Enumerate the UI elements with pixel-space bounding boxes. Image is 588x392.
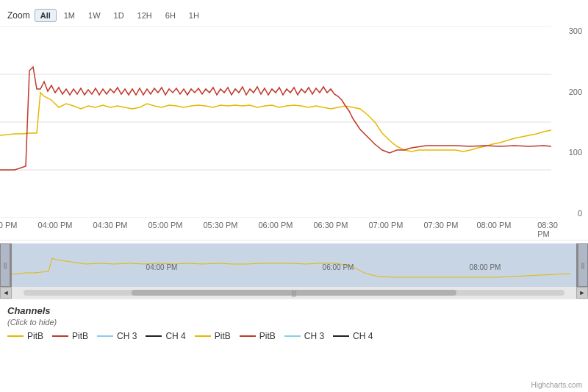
x-axis: 03:30 PM 04:00 PM 04:30 PM 05:00 PM 05:3…	[0, 218, 551, 240]
legend-label-ch4: CH 4	[165, 331, 185, 341]
zoom-1w-button[interactable]: 1W	[82, 9, 107, 22]
x-label-830pm: 08:30 PM	[537, 221, 558, 238]
legend-line-ch4-2	[333, 335, 349, 337]
legend-label-pitb-red2: PitB	[259, 331, 276, 341]
x-label-430pm: 04:30 PM	[93, 221, 127, 229]
legend-subtitle: (Click to hide)	[7, 318, 581, 327]
zoom-12h-button[interactable]: 12H	[132, 9, 158, 22]
scroll-right-button[interactable]: ►	[576, 287, 588, 299]
zoom-1h-button[interactable]: 1H	[183, 9, 205, 22]
legend-label-ch4-2: CH 4	[353, 331, 373, 341]
legend-item-pitb-yellow[interactable]: PitB	[7, 331, 43, 341]
x-label-800pm: 08:00 PM	[476, 221, 511, 229]
scrollbar[interactable]: ◄ ||| ►	[0, 287, 588, 299]
chart-container: Zoom All 1M 1W 1D 12H 6H 1H 300 200 100	[0, 0, 588, 392]
legend-label-pitb-yellow2: PitB	[215, 331, 231, 341]
x-label-600pm: 06:00 PM	[258, 221, 293, 229]
legend-item-ch4-black2[interactable]: CH 4	[333, 331, 373, 341]
legend-item-pitb-red2[interactable]: PitB	[240, 331, 276, 341]
scroll-left-button[interactable]: ◄	[0, 287, 12, 299]
zoom-1m-button[interactable]: 1M	[58, 9, 81, 22]
legend-label-pitb-red: PitB	[72, 331, 88, 341]
legend-line-pitb-red2	[240, 335, 256, 337]
nav-label-600pm: 06:00 PM	[323, 263, 354, 271]
zoom-all-button[interactable]: All	[35, 9, 57, 22]
scrollbar-thumb[interactable]: |||	[132, 290, 456, 296]
legend-area: Channels (Click to hide) PitB PitB CH 3 …	[0, 299, 588, 344]
y-label-0: 0	[578, 209, 582, 218]
legend-items: PitB PitB CH 3 CH 4 PitB PitB	[7, 331, 581, 341]
y-axis: 300 200 100 0	[551, 26, 588, 218]
nav-label-400pm: 04:00 PM	[146, 263, 178, 271]
chart-svg	[0, 26, 551, 218]
legend-line-ch4	[146, 335, 162, 337]
y-label-300: 300	[569, 26, 582, 35]
y-label-100: 100	[569, 148, 582, 157]
legend-label-pitb-yellow: PitB	[27, 331, 43, 341]
x-label-730pm: 07:30 PM	[423, 221, 458, 229]
legend-line-ch3-2	[284, 335, 301, 337]
x-label-630pm: 06:30 PM	[313, 221, 348, 229]
legend-label-ch3-2: CH 3	[304, 331, 324, 341]
legend-item-pitb-yellow2[interactable]: PitB	[195, 331, 231, 341]
x-label-400pm: 04:00 PM	[37, 221, 72, 229]
zoom-bar: Zoom All 1M 1W 1D 12H 6H 1H	[0, 6, 588, 26]
legend-line-pitb-yellow2	[195, 335, 211, 337]
legend-item-pitb-red[interactable]: PitB	[52, 331, 88, 341]
scrollbar-handle-icon: |||	[291, 290, 296, 297]
nav-label-800pm: 08:00 PM	[470, 263, 501, 271]
scrollbar-track[interactable]: |||	[24, 290, 564, 296]
legend-line-pitb-red	[52, 335, 68, 337]
x-label-500pm: 05:00 PM	[148, 221, 182, 229]
pitb-red-line	[0, 67, 551, 170]
legend-item-ch4-black[interactable]: CH 4	[146, 331, 185, 341]
zoom-1d-button[interactable]: 1D	[108, 9, 130, 22]
x-label-700pm: 07:00 PM	[368, 221, 403, 229]
x-label-330pm: 03:30 PM	[0, 221, 18, 229]
legend-item-ch3-cyan2[interactable]: CH 3	[284, 331, 324, 341]
main-chart: 300 200 100 0 03:30 PM 04:00 PM 04:30 PM…	[0, 26, 588, 240]
legend-label-ch3: CH 3	[117, 331, 137, 341]
zoom-label: Zoom	[7, 10, 30, 21]
legend-line-ch3	[97, 335, 113, 337]
navigator-x-labels: 04:00 PM 06:00 PM 08:00 PM	[0, 263, 588, 274]
y-label-200: 200	[569, 88, 582, 96]
legend-title: Channels	[7, 305, 581, 316]
zoom-6h-button[interactable]: 6H	[159, 9, 182, 22]
x-label-530pm: 05:30 PM	[203, 221, 237, 229]
legend-line-pitb-yellow	[7, 335, 24, 337]
navigator-inner: || || 04:00 PM 06:00 PM 08:00 PM	[0, 243, 588, 287]
highcharts-credit: Highcharts.com	[531, 381, 582, 389]
navigator-area: || || 04:00 PM 06:00 PM 08:00 PM ◄ ||| ►	[0, 240, 588, 299]
legend-item-ch3-cyan[interactable]: CH 3	[97, 331, 137, 341]
